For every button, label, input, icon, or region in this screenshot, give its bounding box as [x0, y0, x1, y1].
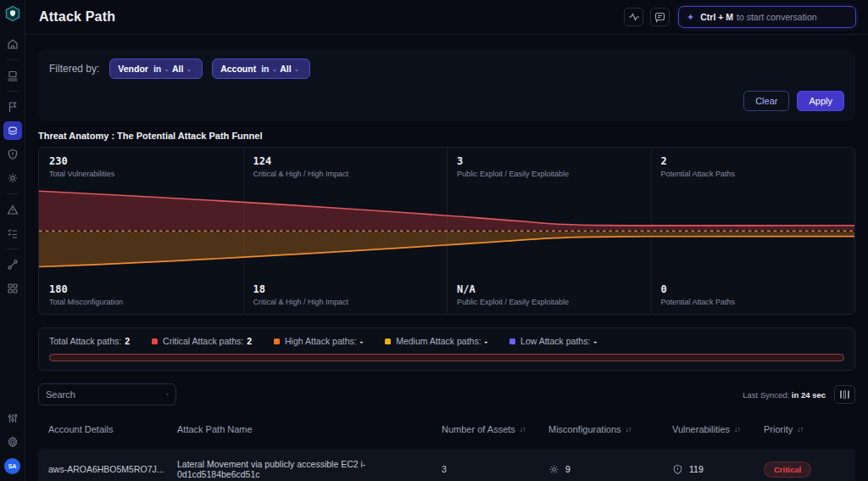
stat-value: N/A [457, 283, 641, 295]
sidebar-divider [7, 59, 19, 60]
app-logo-icon[interactable] [4, 5, 21, 22]
col-misconfigurations[interactable]: Misconfigurations↓↑ [548, 424, 672, 434]
attack-path-funnel-chart: 230 Total Vulnerabilities 124 Critical &… [38, 147, 855, 315]
columns-icon [840, 390, 843, 399]
activity-pulse-button[interactable] [624, 8, 643, 26]
vulnerability-shield-icon [672, 464, 683, 475]
cell-assets: 3 [442, 464, 548, 474]
legend-label: High Attack paths: [285, 336, 357, 346]
funnel-stat: 3 Public Exploit / Easily Exploitable [447, 155, 651, 178]
stat-label: Potential Attack Paths [661, 170, 845, 178]
legend-total: Total Attack paths: 2 [49, 336, 130, 346]
filtered-by-label: Filtered by: [49, 63, 99, 75]
search-input[interactable] [46, 389, 166, 400]
sidebar-item-settings[interactable] [3, 433, 22, 451]
shortcut-text: to start conversation [737, 12, 817, 22]
search-icon [166, 389, 169, 400]
sidebar-item-cog[interactable] [3, 169, 22, 187]
chevron-down-icon: ⌄ [164, 65, 170, 73]
sidebar-item-sliders[interactable] [3, 409, 22, 428]
columns-icon [843, 390, 846, 399]
sort-icon[interactable]: ↓↑ [734, 425, 740, 433]
sort-icon[interactable]: ↓↑ [626, 425, 632, 433]
col-account-details: Account Details [48, 424, 177, 434]
feedback-message-button[interactable] [650, 8, 670, 26]
col-number-of-assets[interactable]: Number of Assets↓↑ [442, 424, 548, 434]
stat-label: Critical & High / High Impact [253, 170, 437, 178]
sidebar-divider [7, 249, 19, 249]
misconfiguration-gear-icon [548, 464, 559, 475]
cell-misconfigurations: 9 [548, 464, 672, 475]
apply-button[interactable]: Apply [797, 91, 844, 111]
chip-operator[interactable]: in [153, 64, 161, 74]
columns-icon [848, 390, 850, 399]
sidebar: SA [0, 0, 25, 481]
topbar: Attack Path ✦ Ctrl + M to start conversa… [25, 0, 868, 35]
chip-value[interactable]: All [280, 64, 291, 74]
cell-vulnerabilities: 119 [672, 464, 764, 475]
legend-label: Low Attack paths: [520, 336, 590, 346]
legend-value: - [485, 336, 488, 346]
high-color-swatch-icon [274, 338, 280, 344]
legend-medium: Medium Attack paths: - [385, 336, 487, 346]
col-vulnerabilities[interactable]: Vulnerabilities↓↑ [672, 424, 764, 434]
legend-high: High Attack paths: - [274, 336, 363, 346]
sidebar-item-shield-alert[interactable] [3, 145, 22, 164]
sparkle-icon: ✦ [687, 12, 694, 23]
sidebar-item-assets[interactable] [3, 66, 22, 85]
column-settings-button[interactable] [834, 385, 855, 404]
legend-label: Total Attack paths: [49, 336, 121, 346]
legend-value: - [593, 336, 597, 346]
table-row[interactable]: aws-AROA6HBO5M5RO7J... Lateral Movement … [38, 449, 855, 481]
funnel-stat: 180 Total Misconfiguration [39, 283, 243, 306]
legend-critical: Critical Attack paths: 2 [152, 336, 252, 346]
chip-operator[interactable]: in [261, 64, 269, 74]
sidebar-item-integrations[interactable] [3, 255, 22, 274]
sidebar-item-home[interactable] [3, 35, 22, 53]
shortcut-key: Ctrl + M [700, 12, 733, 22]
page-title: Attack Path [39, 9, 617, 25]
search-box[interactable] [38, 383, 176, 405]
legend-value: 2 [247, 336, 252, 346]
sidebar-item-apps-grid[interactable] [3, 279, 22, 298]
chevron-down-icon: ⌄ [271, 65, 277, 73]
chevron-down-icon: ⌄ [186, 65, 192, 73]
funnel-stat: 124 Critical & High / High Impact [243, 155, 448, 178]
chip-field: Account [220, 64, 256, 74]
sidebar-item-attack-path[interactable] [3, 121, 22, 140]
legend-value: 2 [125, 336, 130, 346]
clear-button[interactable]: Clear [743, 91, 789, 111]
stat-label: Public Exploit / Easily Exploitable [457, 170, 641, 178]
funnel-stat: 18 Critical & High / High Impact [243, 283, 448, 306]
cell-attack-path-name[interactable]: Lateral Movement via publicly accessible… [177, 459, 442, 479]
cell-priority: Critical [764, 461, 845, 478]
sidebar-item-flag[interactable] [3, 98, 22, 116]
legend-value: - [360, 336, 364, 346]
filter-chip-account[interactable]: Account in ⌄ All ⌄ [212, 59, 310, 79]
sidebar-item-cloud-alert[interactable] [3, 200, 22, 219]
stat-value: 3 [457, 155, 641, 167]
col-attack-path-name: Attack Path Name [177, 424, 442, 434]
attack-paths-distribution-bar [49, 354, 844, 361]
main-content: Attack Path ✦ Ctrl + M to start conversa… [25, 0, 868, 481]
last-synced-value: in 24 sec [792, 390, 826, 400]
sidebar-item-checklist[interactable] [3, 224, 22, 243]
stat-label: Total Vulnerabilities [49, 170, 233, 178]
start-conversation-input[interactable]: ✦ Ctrl + M to start conversation [678, 6, 856, 28]
low-color-swatch-icon [509, 338, 515, 344]
user-avatar[interactable]: SA [4, 458, 20, 474]
medium-color-swatch-icon [385, 338, 391, 344]
cell-account: aws-AROA6HBO5M5RO7J... [48, 464, 177, 474]
filter-panel: Filtered by: Vendor in ⌄ All ⌄ Account i… [38, 49, 855, 121]
sort-icon[interactable]: ↓↑ [797, 425, 803, 433]
col-priority[interactable]: Priority↓↑ [764, 424, 845, 434]
last-synced-label: Last Synced: [743, 390, 789, 400]
funnel-area-svg [39, 183, 854, 283]
funnel-section-title: Threat Anatomy : The Potential Attack Pa… [38, 131, 855, 141]
legend-low: Low Attack paths: - [509, 336, 597, 346]
stat-label: Potential Attack Paths [661, 298, 845, 306]
chip-value[interactable]: All [172, 64, 183, 74]
sort-icon[interactable]: ↓↑ [520, 425, 526, 433]
filter-chip-vendor[interactable]: Vendor in ⌄ All ⌄ [109, 59, 203, 79]
last-synced: Last Synced: in 24 sec [743, 390, 826, 400]
